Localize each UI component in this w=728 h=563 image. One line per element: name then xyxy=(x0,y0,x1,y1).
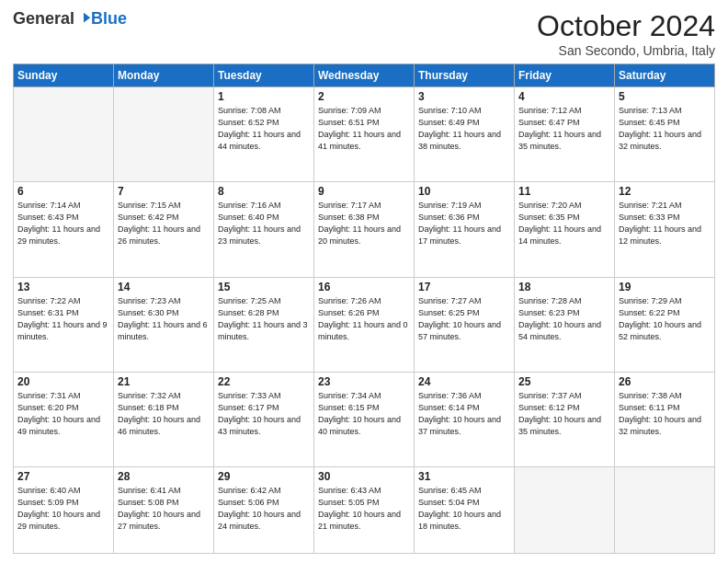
header-monday: Monday xyxy=(114,64,214,87)
calendar-cell: 14Sunrise: 7:23 AM Sunset: 6:30 PM Dayli… xyxy=(114,277,214,372)
calendar-cell: 6Sunrise: 7:14 AM Sunset: 6:43 PM Daylig… xyxy=(14,182,114,277)
day-info: Sunrise: 7:19 AM Sunset: 6:36 PM Dayligh… xyxy=(418,200,510,247)
calendar-cell: 28Sunrise: 6:41 AM Sunset: 5:08 PM Dayli… xyxy=(114,467,214,554)
day-info: Sunrise: 7:15 AM Sunset: 6:42 PM Dayligh… xyxy=(118,200,210,247)
weekday-header-row: Sunday Monday Tuesday Wednesday Thursday… xyxy=(14,64,715,87)
day-number: 30 xyxy=(318,470,410,483)
calendar-table: Sunday Monday Tuesday Wednesday Thursday… xyxy=(13,63,715,554)
calendar-cell: 25Sunrise: 7:37 AM Sunset: 6:12 PM Dayli… xyxy=(515,372,615,466)
day-info: Sunrise: 7:28 AM Sunset: 6:23 PM Dayligh… xyxy=(518,295,610,343)
calendar-cell: 12Sunrise: 7:21 AM Sunset: 6:33 PM Dayli… xyxy=(615,182,715,277)
calendar-week-row: 27Sunrise: 6:40 AM Sunset: 5:09 PM Dayli… xyxy=(14,467,715,554)
calendar-cell: 15Sunrise: 7:25 AM Sunset: 6:28 PM Dayli… xyxy=(214,277,314,372)
day-number: 11 xyxy=(518,185,610,198)
logo-blue: Blue xyxy=(91,9,127,29)
day-number: 6 xyxy=(17,185,109,198)
day-info: Sunrise: 7:16 AM Sunset: 6:40 PM Dayligh… xyxy=(218,200,310,247)
calendar-cell xyxy=(615,467,715,554)
calendar-cell: 1Sunrise: 7:08 AM Sunset: 6:52 PM Daylig… xyxy=(214,87,314,182)
calendar-cell: 10Sunrise: 7:19 AM Sunset: 6:36 PM Dayli… xyxy=(415,182,515,277)
calendar-cell: 26Sunrise: 7:38 AM Sunset: 6:11 PM Dayli… xyxy=(615,372,715,466)
calendar-week-row: 1Sunrise: 7:08 AM Sunset: 6:52 PM Daylig… xyxy=(14,87,715,182)
day-number: 22 xyxy=(218,375,310,388)
day-number: 9 xyxy=(318,185,410,198)
calendar-week-row: 13Sunrise: 7:22 AM Sunset: 6:31 PM Dayli… xyxy=(14,277,715,372)
day-number: 28 xyxy=(118,470,210,483)
calendar-cell xyxy=(515,467,615,554)
day-number: 25 xyxy=(518,375,610,388)
day-number: 18 xyxy=(518,281,610,293)
calendar-cell: 8Sunrise: 7:16 AM Sunset: 6:40 PM Daylig… xyxy=(214,182,314,277)
day-info: Sunrise: 7:23 AM Sunset: 6:30 PM Dayligh… xyxy=(118,295,210,343)
calendar-cell: 7Sunrise: 7:15 AM Sunset: 6:42 PM Daylig… xyxy=(114,182,214,277)
calendar-cell: 27Sunrise: 6:40 AM Sunset: 5:09 PM Dayli… xyxy=(14,467,114,554)
calendar-cell: 19Sunrise: 7:29 AM Sunset: 6:22 PM Dayli… xyxy=(615,277,715,372)
header-tuesday: Tuesday xyxy=(214,64,314,87)
logo-general: General xyxy=(13,9,74,29)
calendar-cell xyxy=(14,87,114,182)
day-info: Sunrise: 6:41 AM Sunset: 5:08 PM Dayligh… xyxy=(118,485,210,533)
day-info: Sunrise: 7:37 AM Sunset: 6:12 PM Dayligh… xyxy=(518,390,610,438)
day-info: Sunrise: 7:12 AM Sunset: 6:47 PM Dayligh… xyxy=(518,105,610,153)
day-number: 13 xyxy=(17,281,109,293)
day-info: Sunrise: 7:36 AM Sunset: 6:14 PM Dayligh… xyxy=(418,390,510,438)
calendar-cell: 30Sunrise: 6:43 AM Sunset: 5:05 PM Dayli… xyxy=(314,467,415,554)
month-title: October 2024 xyxy=(537,9,715,43)
day-info: Sunrise: 7:32 AM Sunset: 6:18 PM Dayligh… xyxy=(118,390,210,438)
day-number: 4 xyxy=(518,90,610,103)
day-number: 12 xyxy=(619,185,711,198)
day-info: Sunrise: 6:42 AM Sunset: 5:06 PM Dayligh… xyxy=(218,485,310,533)
calendar-cell: 4Sunrise: 7:12 AM Sunset: 6:47 PM Daylig… xyxy=(515,87,615,182)
logo-text: General Blue xyxy=(13,9,127,29)
day-info: Sunrise: 7:14 AM Sunset: 6:43 PM Dayligh… xyxy=(17,200,109,247)
calendar-cell: 9Sunrise: 7:17 AM Sunset: 6:38 PM Daylig… xyxy=(314,182,415,277)
calendar-cell: 11Sunrise: 7:20 AM Sunset: 6:35 PM Dayli… xyxy=(515,182,615,277)
day-number: 5 xyxy=(619,90,711,103)
day-info: Sunrise: 7:22 AM Sunset: 6:31 PM Dayligh… xyxy=(17,295,109,343)
day-info: Sunrise: 7:27 AM Sunset: 6:25 PM Dayligh… xyxy=(418,295,510,343)
day-number: 14 xyxy=(118,281,210,293)
calendar-cell: 21Sunrise: 7:32 AM Sunset: 6:18 PM Dayli… xyxy=(114,372,214,466)
header-saturday: Saturday xyxy=(615,64,715,87)
day-info: Sunrise: 7:25 AM Sunset: 6:28 PM Dayligh… xyxy=(218,295,310,343)
day-number: 23 xyxy=(318,375,410,388)
calendar-cell: 24Sunrise: 7:36 AM Sunset: 6:14 PM Dayli… xyxy=(415,372,515,466)
calendar-cell: 13Sunrise: 7:22 AM Sunset: 6:31 PM Dayli… xyxy=(14,277,114,372)
day-info: Sunrise: 7:31 AM Sunset: 6:20 PM Dayligh… xyxy=(17,390,109,438)
title-block: October 2024 San Secondo, Umbria, Italy xyxy=(537,9,715,58)
day-number: 17 xyxy=(418,281,510,293)
day-info: Sunrise: 7:33 AM Sunset: 6:17 PM Dayligh… xyxy=(218,390,310,438)
logo-flag-icon xyxy=(75,11,92,28)
svg-marker-0 xyxy=(84,12,90,22)
day-number: 29 xyxy=(218,470,310,483)
day-info: Sunrise: 6:45 AM Sunset: 5:04 PM Dayligh… xyxy=(418,485,510,533)
calendar-cell: 29Sunrise: 6:42 AM Sunset: 5:06 PM Dayli… xyxy=(214,467,314,554)
day-number: 21 xyxy=(118,375,210,388)
day-number: 27 xyxy=(17,470,109,483)
day-number: 10 xyxy=(418,185,510,198)
calendar-cell: 31Sunrise: 6:45 AM Sunset: 5:04 PM Dayli… xyxy=(415,467,515,554)
day-info: Sunrise: 7:13 AM Sunset: 6:45 PM Dayligh… xyxy=(619,105,711,153)
main-container: General Blue October 2024 San Secondo, U… xyxy=(0,0,728,563)
calendar-cell: 23Sunrise: 7:34 AM Sunset: 6:15 PM Dayli… xyxy=(314,372,415,466)
day-info: Sunrise: 7:29 AM Sunset: 6:22 PM Dayligh… xyxy=(619,295,711,343)
calendar-cell: 5Sunrise: 7:13 AM Sunset: 6:45 PM Daylig… xyxy=(615,87,715,182)
day-info: Sunrise: 7:10 AM Sunset: 6:49 PM Dayligh… xyxy=(418,105,510,153)
header-wednesday: Wednesday xyxy=(314,64,415,87)
day-info: Sunrise: 7:38 AM Sunset: 6:11 PM Dayligh… xyxy=(619,390,711,438)
day-number: 3 xyxy=(418,90,510,103)
day-number: 8 xyxy=(218,185,310,198)
day-number: 26 xyxy=(619,375,711,388)
day-info: Sunrise: 7:20 AM Sunset: 6:35 PM Dayligh… xyxy=(518,200,610,247)
day-number: 1 xyxy=(218,90,310,103)
day-number: 15 xyxy=(218,281,310,293)
day-number: 31 xyxy=(418,470,510,483)
day-info: Sunrise: 7:34 AM Sunset: 6:15 PM Dayligh… xyxy=(318,390,410,438)
header-sunday: Sunday xyxy=(14,64,114,87)
logo: General Blue xyxy=(13,9,127,29)
calendar-week-row: 6Sunrise: 7:14 AM Sunset: 6:43 PM Daylig… xyxy=(14,182,715,277)
day-info: Sunrise: 7:08 AM Sunset: 6:52 PM Dayligh… xyxy=(218,105,310,153)
day-number: 20 xyxy=(17,375,109,388)
day-number: 7 xyxy=(118,185,210,198)
day-info: Sunrise: 7:26 AM Sunset: 6:26 PM Dayligh… xyxy=(318,295,410,343)
